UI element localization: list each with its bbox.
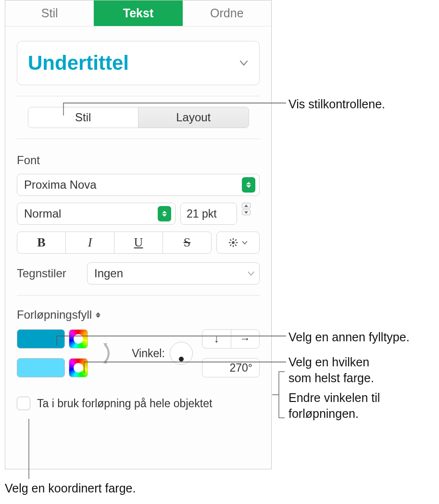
char-styles-value: Ingen: [94, 267, 123, 280]
gradient-color-2-swatch[interactable]: [17, 358, 65, 377]
italic-button[interactable]: I: [66, 232, 114, 253]
char-styles-label: Tegnstiler: [17, 267, 79, 280]
inspector-top-tabs: Stil Tekst Ordne: [5, 0, 271, 26]
advanced-options-button[interactable]: [216, 232, 260, 254]
svg-line-8: [230, 245, 231, 246]
font-section-label: Font: [17, 154, 260, 167]
separator: [17, 96, 260, 96]
svg-line-6: [235, 245, 237, 246]
bold-button[interactable]: B: [17, 232, 66, 253]
callout-choose-fill-type: Velg en annen fylltype.: [288, 329, 410, 346]
direction-right-button[interactable]: →: [231, 330, 260, 348]
font-family-select[interactable]: Proxima Nova: [17, 174, 260, 196]
separator: [17, 139, 260, 139]
font-weight-value: Normal: [24, 207, 61, 220]
swap-colors-button[interactable]: [94, 339, 123, 368]
text-subtabs: Stil Layout: [28, 107, 249, 128]
angle-label: Vinkel:: [132, 347, 165, 360]
font-weight-select[interactable]: Normal: [17, 203, 176, 225]
svg-line-7: [235, 239, 237, 241]
color-wheel-button-2[interactable]: [69, 358, 88, 377]
strikethrough-button[interactable]: S: [163, 232, 211, 253]
gradient-color-1-swatch[interactable]: [17, 329, 65, 349]
gear-icon: [228, 237, 238, 248]
chevron-down-icon: [239, 58, 249, 68]
font-size-field[interactable]: 21 pkt: [180, 203, 237, 225]
color-wheel-button-1[interactable]: [69, 329, 88, 349]
underline-button[interactable]: U: [114, 232, 163, 253]
tab-tekst[interactable]: Tekst: [94, 0, 182, 26]
angle-dial[interactable]: [170, 342, 193, 365]
stepper-down[interactable]: [242, 209, 251, 215]
svg-point-0: [232, 241, 235, 244]
callout-choose-coord-color: Velg en koordinert farge.: [5, 481, 136, 495]
angle-value: 270°: [229, 362, 252, 375]
angle-value-field[interactable]: 270°: [202, 358, 260, 377]
callout-show-style-controls: Vis stilkontrollene.: [288, 96, 385, 113]
callout-change-angle: Endre vinkelen til forløpningen.: [288, 390, 380, 421]
direction-buttons: ↓ →: [202, 329, 260, 349]
format-inspector-panel: Stil Tekst Ordne Undertittel Stil Layout…: [5, 0, 272, 469]
stepper-up[interactable]: [242, 203, 251, 208]
text-style-buttons: B I U S: [17, 232, 212, 254]
chevron-down-icon: [247, 269, 255, 278]
subtab-stil[interactable]: Stil: [28, 107, 139, 128]
updown-icon: [242, 177, 255, 193]
subtab-layout[interactable]: Layout: [138, 107, 249, 128]
paragraph-style-popup[interactable]: Undertittel: [17, 41, 260, 85]
svg-line-5: [230, 239, 231, 241]
font-size-stepper[interactable]: [242, 203, 251, 225]
tab-ordne[interactable]: Ordne: [183, 0, 271, 26]
direction-down-button[interactable]: ↓: [202, 330, 231, 348]
updown-icon: [96, 312, 100, 318]
fill-type-label: Forløpningsfyll: [17, 308, 92, 322]
fill-type-popup[interactable]: Forløpningsfyll: [17, 308, 260, 322]
separator: [17, 295, 260, 296]
swap-arrows-icon: [100, 339, 116, 368]
paragraph-style-label: Undertittel: [28, 52, 129, 75]
chevron-down-icon: [241, 239, 248, 246]
apply-whole-object-checkbox[interactable]: [17, 397, 30, 410]
callout-choose-any-color: Velg en hvilken som helst farge.: [288, 354, 374, 386]
char-styles-select[interactable]: Ingen: [87, 262, 260, 284]
font-family-value: Proxima Nova: [24, 178, 97, 192]
updown-icon: [158, 206, 171, 221]
tab-stil[interactable]: Stil: [5, 0, 94, 26]
apply-whole-object-label: Ta i bruk forløpning på hele objektet: [37, 397, 212, 410]
font-size-value: 21 pkt: [187, 207, 217, 220]
